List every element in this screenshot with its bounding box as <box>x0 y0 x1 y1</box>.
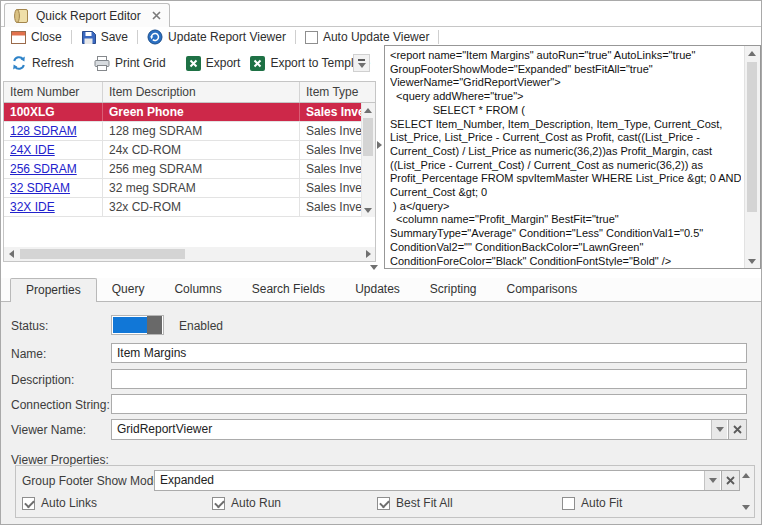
scroll-down-icon[interactable] <box>739 501 752 514</box>
auto-links-checkbox[interactable]: Auto Links <box>22 496 97 510</box>
scrollbar-thumb[interactable] <box>363 118 373 156</box>
print-grid-label: Print Grid <box>115 56 166 70</box>
toolbar-overflow-button[interactable] <box>353 54 370 72</box>
auto-update-viewer-checkbox-box[interactable] <box>305 31 318 44</box>
print-grid-button[interactable]: Print Grid <box>89 56 171 71</box>
connection-string-field[interactable] <box>111 394 747 414</box>
tab-close-icon[interactable] <box>152 11 161 20</box>
overflow-bar-glyph <box>358 59 365 61</box>
tab-updates[interactable]: Updates <box>340 278 415 301</box>
item-grid: Item Number Item Description Item Type 1… <box>3 81 376 262</box>
scroll-left-icon[interactable] <box>4 247 18 261</box>
tab-properties[interactable]: Properties <box>10 278 97 302</box>
item-number-link[interactable]: 24X IDE <box>4 141 103 159</box>
auto-run-checkbox[interactable]: Auto Run <box>212 496 281 510</box>
best-fit-all-checkbox-box[interactable] <box>377 497 390 510</box>
toolbar-separator <box>438 30 439 44</box>
export-button[interactable]: Export <box>181 56 246 71</box>
status-value: Enabled <box>179 319 223 333</box>
column-header-item-number[interactable]: Item Number <box>4 82 103 102</box>
group-footer-show-mode-value[interactable]: Expanded <box>155 471 704 490</box>
grid-horizontal-scrollbar[interactable] <box>4 247 375 261</box>
xml-vertical-scrollbar[interactable] <box>744 46 760 268</box>
table-row[interactable]: 32X IDE 32x CD-ROM Sales Invent <box>4 198 362 217</box>
scroll-right-icon[interactable] <box>361 247 375 261</box>
save-button[interactable]: Save <box>76 30 133 45</box>
name-field[interactable] <box>111 343 747 363</box>
viewer-name-value[interactable]: GridReportViewer <box>112 420 711 439</box>
scroll-up-icon[interactable] <box>739 469 752 482</box>
item-type-cell: Sales Invent <box>300 198 362 216</box>
auto-links-label: Auto Links <box>41 496 97 510</box>
quick-report-editor-window: Quick Report Editor Close Save Update Re <box>0 0 762 525</box>
item-number-link[interactable]: 256 SDRAM <box>4 160 103 178</box>
refresh-button[interactable]: Refresh <box>6 55 79 71</box>
item-description-cell: Green Phone <box>103 103 300 121</box>
best-fit-all-checkbox[interactable]: Best Fit All <box>377 496 453 510</box>
auto-fit-label: Auto Fit <box>581 496 622 510</box>
refresh-label: Refresh <box>32 56 74 70</box>
dropdown-arrow-icon[interactable] <box>711 420 727 439</box>
clear-icon[interactable] <box>721 471 739 490</box>
main-toolbar: Close Save Update Report Viewer Auto Upd… <box>1 28 762 46</box>
close-button[interactable]: Close <box>6 30 67 44</box>
auto-run-checkbox-box[interactable] <box>212 497 225 510</box>
scrollbar-thumb[interactable] <box>747 62 757 212</box>
save-button-label: Save <box>101 30 128 44</box>
scroll-up-icon[interactable] <box>745 46 759 60</box>
tab-comparisons[interactable]: Comparisons <box>492 278 593 301</box>
tab-columns[interactable]: Columns <box>159 278 236 301</box>
scroll-down-icon[interactable] <box>745 254 759 268</box>
item-type-cell: Sales Invent <box>300 160 362 178</box>
item-description-cell: 128 meg SDRAM <box>103 122 300 140</box>
name-label: Name: <box>11 347 46 361</box>
table-row[interactable]: 128 SDRAM 128 meg SDRAM Sales Invent <box>4 122 362 141</box>
item-description-cell: 24x CD-ROM <box>103 141 300 159</box>
splitter-collapse-down[interactable] <box>366 263 382 272</box>
description-field[interactable] <box>111 369 747 389</box>
table-row[interactable]: 32 SDRAM 32 meg SDRAM Sales Invent <box>4 179 362 198</box>
table-row[interactable]: 24X IDE 24x CD-ROM Sales Invent <box>4 141 362 160</box>
export-label: Export <box>206 56 241 70</box>
document-tab-bar: Quick Report Editor <box>1 1 762 27</box>
scrollbar-thumb[interactable] <box>20 249 185 259</box>
item-number-link[interactable]: 32X IDE <box>4 198 103 216</box>
toolbar-separator <box>137 30 138 44</box>
toggle-thumb[interactable] <box>147 316 162 334</box>
table-row[interactable]: 100XLG Green Phone Sales Invent <box>4 103 362 122</box>
auto-fit-checkbox[interactable]: Auto Fit <box>562 496 622 510</box>
document-tab-quick-report-editor[interactable]: Quick Report Editor <box>4 3 170 27</box>
item-number-link[interactable]: 128 SDRAM <box>4 122 103 140</box>
update-report-viewer-label: Update Report Viewer <box>168 30 286 44</box>
tab-search-fields[interactable]: Search Fields <box>237 278 340 301</box>
scroll-up-icon[interactable] <box>361 103 375 117</box>
item-number-link[interactable]: 32 SDRAM <box>4 179 103 197</box>
tab-query[interactable]: Query <box>97 278 160 301</box>
status-toggle[interactable] <box>111 315 164 335</box>
grid-vertical-scrollbar[interactable] <box>361 103 375 217</box>
group-footer-show-mode-label: Group Footer Show Mode: <box>22 474 163 488</box>
item-number-cell[interactable]: 100XLG <box>4 103 103 121</box>
group-footer-show-mode-combo[interactable]: Expanded <box>154 470 740 491</box>
grid-header-row: Item Number Item Description Item Type <box>4 82 375 103</box>
column-header-item-description[interactable]: Item Description <box>103 82 300 102</box>
column-header-item-type[interactable]: Item Type <box>300 82 362 102</box>
dropdown-arrow-icon[interactable] <box>704 471 720 490</box>
report-xml-editor[interactable]: <report name="Item Margins" autoRun="tru… <box>384 45 761 269</box>
item-description-cell: 256 meg SDRAM <box>103 160 300 178</box>
tab-scripting[interactable]: Scripting <box>415 278 492 301</box>
scroll-down-icon[interactable] <box>361 203 375 217</box>
best-fit-all-label: Best Fit All <box>396 496 453 510</box>
auto-update-viewer-checkbox[interactable]: Auto Update Viewer <box>300 30 435 44</box>
report-xml-content[interactable]: <report name="Item Margins" autoRun="tru… <box>390 49 741 266</box>
viewer-name-combo[interactable]: GridReportViewer <box>111 419 747 440</box>
splitter-collapse-right[interactable] <box>375 137 384 153</box>
auto-fit-checkbox-box[interactable] <box>562 497 575 510</box>
item-type-cell: Sales Invent <box>300 141 362 159</box>
table-row[interactable]: 256 SDRAM 256 meg SDRAM Sales Invent <box>4 160 362 179</box>
viewer-properties-scrollbar[interactable] <box>739 469 752 514</box>
auto-links-checkbox-box[interactable] <box>22 497 35 510</box>
update-report-viewer-button[interactable]: Update Report Viewer <box>142 29 291 45</box>
excel-export-icon <box>186 56 201 71</box>
clear-icon[interactable] <box>728 420 746 439</box>
